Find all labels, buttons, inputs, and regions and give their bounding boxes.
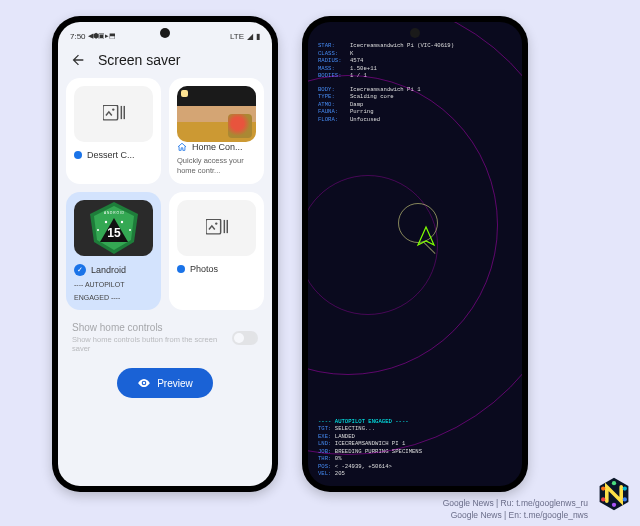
home-icon — [177, 142, 187, 152]
image-placeholder-icon — [103, 105, 125, 123]
status-indicator-icons: ◀ ⬢ ▣ ▸ ⬒ — [88, 32, 116, 40]
svg-point-18 — [612, 503, 616, 507]
terminal-readout: STAR:Icecreamsandwich Pi (VIC-40619) CLA… — [308, 22, 522, 486]
camera-cutout — [410, 28, 420, 38]
svg-text:15: 15 — [107, 226, 121, 240]
desc-home: Quickly access your home contr... — [177, 156, 256, 176]
radio-photos — [177, 265, 185, 273]
ship-icon — [414, 225, 438, 249]
svg-point-8 — [97, 229, 99, 231]
setting-show-home-controls: Show home controls Show home controls bu… — [58, 310, 272, 363]
svg-point-17 — [623, 497, 627, 501]
sub-landroid-2: ENGAGED ---- — [74, 293, 153, 302]
svg-point-20 — [601, 486, 605, 490]
phone-left: 7:50 ◀ ⬢ ▣ ▸ ⬒ LTE ◢ ▮ Screen saver — [52, 16, 278, 492]
card-landroid[interactable]: A N D R O I D 15 ✓ Landroid ---- AUTOPIL… — [66, 192, 161, 310]
svg-text:A N D R O I D: A N D R O I D — [104, 211, 125, 215]
thumb-home — [177, 86, 256, 142]
radio-dessert — [74, 151, 82, 159]
back-icon[interactable] — [70, 52, 86, 68]
toggle-home-controls[interactable] — [232, 331, 258, 345]
lte-label: LTE — [230, 32, 244, 41]
svg-rect-2 — [120, 106, 121, 119]
svg-point-9 — [129, 229, 131, 231]
footer-credits: Google News | Ru: t.me/googlenws_ru Goog… — [443, 498, 588, 522]
page-title: Screen saver — [98, 52, 180, 68]
svg-point-1 — [112, 108, 114, 110]
preview-label: Preview — [157, 378, 193, 389]
svg-rect-3 — [123, 106, 124, 119]
thumb-photos — [177, 200, 256, 256]
setting-desc: Show home controls button from the scree… — [72, 335, 232, 355]
image-placeholder-icon — [206, 219, 228, 237]
footer-line-1: Google News | Ru: t.me/googlenws_ru — [443, 498, 588, 510]
camera-cutout — [160, 28, 170, 38]
svg-point-16 — [623, 486, 627, 490]
svg-rect-12 — [223, 219, 224, 232]
card-photos[interactable]: Photos — [169, 192, 264, 310]
card-home-controls[interactable]: Home Con... Quickly access your home con… — [169, 78, 264, 184]
footer-line-2: Google News | En: t.me/google_nws — [443, 510, 588, 522]
svg-point-15 — [612, 481, 616, 485]
thumb-dessert — [74, 86, 153, 142]
status-time: 7:50 — [70, 32, 86, 41]
label-photos: Photos — [190, 264, 218, 274]
landroid-badge-icon: A N D R O I D 15 — [84, 200, 144, 256]
space-visualization — [318, 135, 512, 405]
svg-point-6 — [104, 220, 106, 222]
card-dessert-case[interactable]: Dessert C... — [66, 78, 161, 184]
label-dessert: Dessert C... — [87, 150, 135, 160]
eye-icon — [137, 376, 151, 390]
label-home: Home Con... — [192, 142, 243, 152]
thumb-landroid: A N D R O I D 15 — [74, 200, 153, 256]
signal-icon: ◢ — [247, 32, 253, 41]
radio-landroid-selected: ✓ — [74, 264, 86, 276]
svg-point-11 — [215, 222, 217, 224]
svg-rect-13 — [226, 219, 227, 232]
phone-right: STAR:Icecreamsandwich Pi (VIC-40619) CLA… — [302, 16, 528, 492]
battery-icon: ▮ — [256, 32, 260, 41]
setting-title: Show home controls — [72, 322, 232, 333]
sub-landroid-1: ---- AUTOPILOT — [74, 280, 153, 289]
label-landroid: Landroid — [91, 265, 126, 275]
n-logo-icon — [596, 476, 632, 512]
preview-button[interactable]: Preview — [117, 368, 213, 398]
svg-point-7 — [120, 220, 122, 222]
svg-point-19 — [601, 497, 605, 501]
svg-point-14 — [143, 382, 145, 384]
